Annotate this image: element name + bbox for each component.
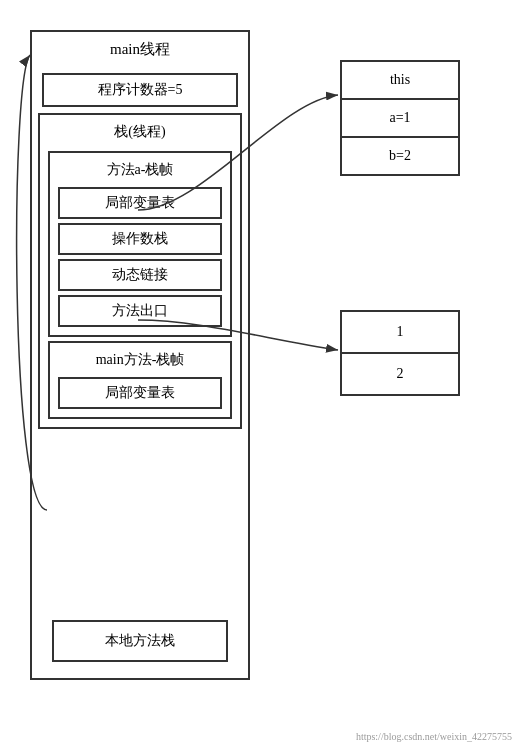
method-a-frame: 方法a-栈帧 局部变量表 操作数栈 动态链接 方法出口 (48, 151, 232, 337)
program-counter-label: 程序计数器=5 (98, 82, 183, 97)
num-2-item: 2 (342, 354, 458, 394)
watermark: https://blog.csdn.net/weixin_42275755 (356, 731, 512, 742)
this-group: this a=1 b=2 (340, 60, 460, 176)
stack-title: 栈(线程) (44, 119, 236, 147)
b-item: b=2 (342, 138, 458, 174)
main-method-title: main方法-栈帧 (54, 347, 226, 373)
diagram: main线程 程序计数器=5 栈(线程) 方法a-栈帧 局部变量表 操作数栈 动… (0, 0, 520, 750)
num-1-item: 1 (342, 312, 458, 354)
program-counter-box: 程序计数器=5 (42, 73, 238, 107)
stack-section: 栈(线程) 方法a-栈帧 局部变量表 操作数栈 动态链接 方法出口 main方法… (38, 113, 242, 429)
this-item: this (342, 62, 458, 100)
dynamic-link-box: 动态链接 (58, 259, 222, 291)
main-local-vars-box: 局部变量表 (58, 377, 222, 409)
method-exit-box: 方法出口 (58, 295, 222, 327)
operand-stack-box: 操作数栈 (58, 223, 222, 255)
method-a-title: 方法a-栈帧 (54, 157, 226, 183)
local-vars-box: 局部变量表 (58, 187, 222, 219)
main-thread-box: main线程 程序计数器=5 栈(线程) 方法a-栈帧 局部变量表 操作数栈 动… (30, 30, 250, 680)
num-group: 1 2 (340, 310, 460, 396)
a-item: a=1 (342, 100, 458, 138)
main-thread-title: main线程 (32, 32, 248, 67)
native-stack-box: 本地方法栈 (52, 620, 228, 662)
main-method-frame: main方法-栈帧 局部变量表 (48, 341, 232, 419)
